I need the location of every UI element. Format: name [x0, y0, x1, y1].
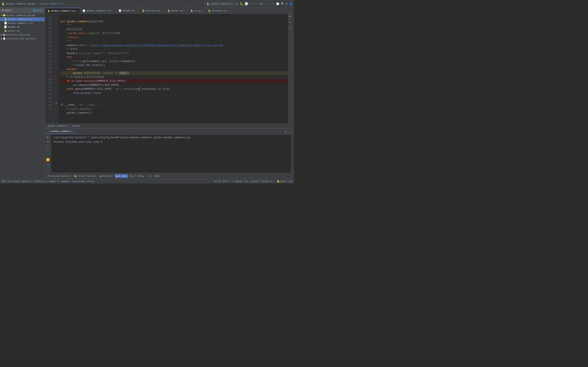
run-step-up-button[interactable]: ▲: [47, 145, 49, 148]
code-line-39: comment_url = 'https://movie.douban.com/…: [60, 43, 288, 48]
settings-button[interactable]: ⚙: [286, 2, 287, 6]
tab-re[interactable]: 🐍 re.py ✕: [188, 8, 206, 14]
tab-label-1: douban_comments.py: [51, 10, 75, 12]
breadcrumb-item-2[interactable]: except: [72, 125, 80, 127]
sidebar-item-readme[interactable]: 📝 README.md: [0, 25, 45, 29]
profile-button[interactable]: ⚡: [250, 2, 251, 6]
run-config-arrow: ▼: [231, 3, 233, 5]
status-line-col[interactable]: 46:39: [214, 180, 221, 183]
run-play-button[interactable]: ▶: [47, 135, 49, 139]
tab-close-5[interactable]: ✕: [184, 9, 185, 12]
run-step-down-button[interactable]: ▼: [47, 149, 49, 152]
bottom-tab-run[interactable]: ▶ 4: Run: [115, 174, 128, 178]
run-minimize-icon[interactable]: —: [288, 130, 290, 133]
encoding-label: UTF-8: [223, 180, 229, 183]
new-file-icon[interactable]: 🌐: [33, 9, 36, 12]
search-everywhere[interactable]: 🔍: [281, 2, 284, 6]
bottom-tab-terminal[interactable]: ▣ Terminal: [98, 174, 114, 178]
user-avatar[interactable]: 👤: [289, 2, 292, 6]
run-settings-icon[interactable]: ⚙: [285, 130, 286, 133]
status-encoding[interactable]: UTF-8: [223, 180, 229, 183]
tab-label-3: README.md: [122, 9, 135, 12]
right-scroll-stripe: [288, 14, 291, 124]
tab-builtins[interactable]: 🐍 builtins.py ✕: [139, 8, 165, 14]
run-print-button[interactable]: 🖨: [47, 163, 49, 166]
run-button[interactable]: ▶: [236, 2, 238, 6]
collapse-icon[interactable]: —: [42, 9, 43, 12]
coverage-button[interactable]: 📊: [245, 2, 248, 6]
tab-douban-comments-py[interactable]: 🐍 douban_comments.py ✕: [45, 8, 80, 14]
bottom-tab-debug[interactable]: 🐛 5: Debug: [129, 174, 146, 178]
git-update-icon[interactable]: ↩: [273, 2, 274, 6]
status-event-log[interactable]: 🔔 Event Log: [277, 180, 292, 183]
status-indent[interactable]: 4 spaces: [232, 180, 242, 183]
file-label-4: spider.py: [8, 30, 20, 32]
project-label: Project: [2, 9, 12, 12]
titlebar: 🐍 douban_comments_spider | douban_commen…: [0, 0, 294, 8]
bottom-tab-debug-label: 5: Debug: [134, 175, 144, 177]
code-line-46: print('爬取请求失败, start=' + start): [60, 71, 288, 75]
tab-close-3[interactable]: ✕: [136, 9, 137, 12]
bottom-tab-terminal-label: Terminal: [102, 175, 113, 177]
bottom-tab-todo[interactable]: ✓ 6: TODO: [146, 174, 161, 178]
python-console-icon: 🐍: [74, 175, 77, 177]
code-line-44: r.raise_for_status(): [60, 63, 288, 67]
run-config[interactable]: 🐍 douban_comments ▼: [205, 2, 234, 6]
gear-icon[interactable]: ⚙: [39, 9, 41, 12]
run-toolbar: ⚙ —: [285, 130, 290, 133]
sidebar-item-scratches[interactable]: ▶ 📋 Scratches and Consoles: [0, 37, 45, 41]
run-scroll-button[interactable]: ↕: [47, 154, 49, 157]
tab-sessions[interactable]: 🐍 sessions.py ✕: [206, 8, 231, 14]
status-git[interactable]: Git: master: [244, 180, 259, 183]
sync-icon[interactable]: ⇆: [37, 9, 38, 12]
event-log-label: Event Log: [280, 180, 292, 183]
sidebar-item-spider[interactable]: 🐍 spider.py: [0, 29, 45, 33]
run-tab-close[interactable]: ✕: [72, 130, 73, 133]
code-line-47: # 写入数据前先清空之前的数据: [60, 75, 288, 79]
py-file-icon: 🐍: [4, 18, 7, 21]
sidebar-item-douban-comments-txt[interactable]: 📄 douban_comments.txt: [0, 21, 45, 25]
code-line-33: def spider_comment(start=0):: [60, 20, 288, 24]
tab-close-6[interactable]: ✕: [202, 9, 203, 12]
bottom-tab-python-console[interactable]: 🐍 Python Console: [72, 174, 98, 178]
code-editor[interactable]: 32 33 34 35 36 37 38 39 40 41 42 43 44 4…: [45, 14, 291, 124]
sidebar-item-external-libraries[interactable]: ▶ 📚 External Libraries: [0, 33, 45, 37]
tab-label-2: douban_comments.txt: [86, 9, 112, 12]
breadcrumb: spider_comment() › except: [45, 124, 291, 128]
git-check-icon[interactable]: ✓: [267, 2, 268, 6]
code-content[interactable]: def spider_comment(start=0): """ 爬取某页影评 …: [59, 14, 288, 124]
bottom-tab-py-label: Python Console: [77, 175, 96, 177]
tab-douban-comments-txt[interactable]: 📄 douban_comments.txt ✕: [80, 8, 116, 14]
debug-button[interactable]: 🐛: [240, 2, 243, 6]
tab-close-7[interactable]: ✕: [227, 9, 229, 12]
todo-icon: ✓: [148, 175, 149, 177]
tab-md-icon: 📝: [119, 9, 122, 12]
sidebar-item-douban-comments-py[interactable]: 🐍 douban_comments.py: [0, 17, 45, 21]
tab-readme[interactable]: 📝 README.md ✕: [116, 8, 139, 14]
tab-close-2[interactable]: ✕: [112, 9, 114, 12]
status-python[interactable]: Python 3.7: [261, 180, 275, 183]
tab-close-1[interactable]: ✕: [76, 10, 77, 12]
bottom-tab-version-control[interactable]: ⑨ Version Control: [46, 174, 72, 178]
tab-close-4[interactable]: ✕: [161, 9, 162, 12]
run-filter-button[interactable]: 🔽: [46, 158, 50, 161]
txt-file-icon: 📄: [4, 22, 7, 25]
version-control-icon: ⑨: [47, 175, 49, 177]
project-root-item[interactable]: ▼ 📁 douban_comments_spider: [0, 13, 45, 17]
scratches-icon: 📋: [3, 37, 6, 40]
git-history-icon[interactable]: 🕐: [276, 2, 279, 6]
run-stop-button[interactable]: ■: [47, 140, 49, 143]
more-button[interactable]: ⋯: [253, 2, 255, 6]
md-file-icon: 📝: [4, 25, 7, 29]
file-label-1: douban_comments.py: [8, 18, 32, 21]
tab-py-icon-5: 🐍: [208, 9, 211, 12]
code-line-53: [60, 99, 288, 103]
code-line-54: if __name__ == '__main__':: [60, 103, 288, 107]
git-sync-icon[interactable]: ✓: [270, 2, 271, 6]
scratches-expand-icon: ▶: [1, 37, 2, 40]
run-tab-label: douban_comments: [51, 130, 71, 133]
statusbar: IDE and Plugin Updates: PyCharm is ready…: [0, 179, 294, 184]
breadcrumb-item-1[interactable]: spider_comment(): [47, 125, 69, 127]
run-tab-douban-comments[interactable]: ▶ douban_comments ✕: [47, 129, 76, 134]
tab-spider[interactable]: 🐍 spider.py ✕: [165, 8, 188, 14]
